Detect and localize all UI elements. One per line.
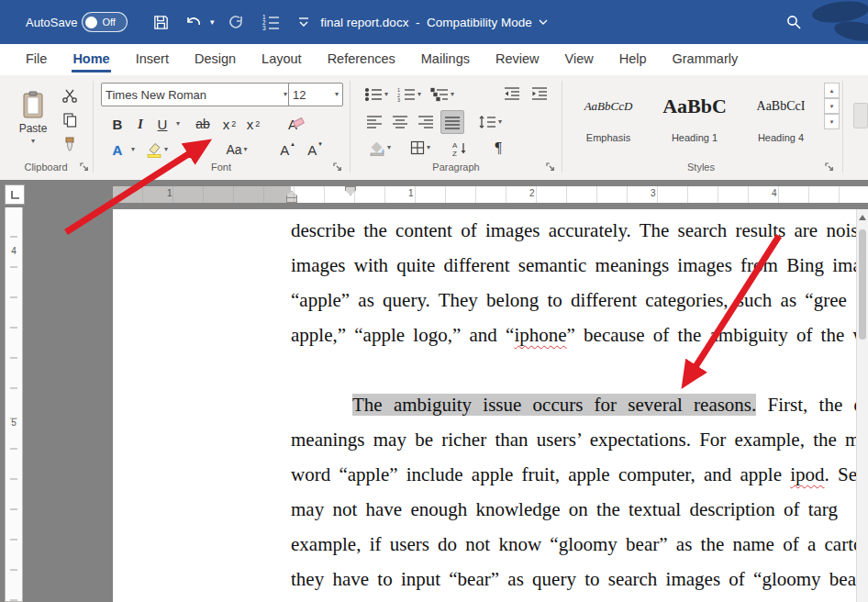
chevron-down-icon: ▾ [131,146,135,153]
superscript-button[interactable]: x2 [242,112,264,136]
align-center-button[interactable] [389,110,411,132]
styles-dialog-launcher[interactable] [824,162,835,173]
text-highlight-button[interactable]: ▾ [141,138,172,162]
decrease-indent-button[interactable] [501,83,523,105]
document-page[interactable]: describe the content of images accuratel… [113,209,868,602]
shading-button[interactable]: ▾ [363,136,396,160]
misspelled-word: iphone [514,324,566,346]
vertical-ruler[interactable]: 45 [5,207,23,602]
paste-button[interactable]: Paste ▾ [11,81,55,154]
doc-text: . Se [825,463,858,485]
justify-icon [444,116,461,129]
doc-line[interactable]: apple,” “apple logo,” and “iphone” becau… [291,318,868,352]
format-painter-button[interactable] [59,133,81,155]
bullets-button[interactable]: ▾ [362,83,391,106]
doc-line[interactable]: they have to input “bear” as query to se… [291,562,868,596]
group-separator [842,81,843,173]
align-left-button[interactable] [363,110,385,132]
text-effects-options-button[interactable]: ▾ [128,138,139,162]
redo-button[interactable] [224,0,248,44]
chevron-down-icon: ▾ [384,91,388,98]
tab-help[interactable]: Help [606,44,660,75]
borders-button[interactable]: ▾ [404,136,437,160]
sort-button[interactable]: A Z [446,136,473,160]
underline-options-button[interactable]: ▾ [172,112,184,136]
font-dialog-launcher[interactable] [332,162,343,173]
horizontal-ruler[interactable]: 11234 [113,186,868,203]
shrink-font-icon: A [307,142,317,158]
chevron-down-icon: ▾ [427,144,430,151]
font-color-button[interactable]: A ▾ [180,138,211,162]
change-case-button[interactable]: Aa ▾ [220,138,253,162]
style-heading-4[interactable]: AaBbCcIHeading 4 [740,81,822,145]
change-case-icon: Aa [226,142,241,157]
style-emphasis[interactable]: AaBbCcDEmphasis [567,81,650,145]
tab-label: Design [194,47,237,72]
grow-font-button[interactable]: A▴ [275,138,299,162]
doc-line[interactable]: may not have enough knowledge on the tex… [291,492,868,527]
doc-line[interactable]: images with quite different semantic mea… [291,248,868,283]
cut-button[interactable] [59,84,81,106]
chevron-down-icon[interactable]: ▾ [210,18,215,27]
font-name-select[interactable]: Times New Roman ▾ [101,83,292,106]
text-effects-button[interactable]: A [106,138,128,162]
styles-scroll-down-button[interactable]: ▾ [824,98,840,114]
doc-line[interactable] [291,352,868,387]
title-chevron-icon[interactable] [539,19,548,25]
multilevel-list-button[interactable]: ▾ [428,83,457,106]
doc-line[interactable]: example, if users do not know “gloomy be… [291,527,868,562]
subscript-base: x [223,117,230,132]
doc-line[interactable]: “apple” as query. They belong to differe… [291,283,868,318]
style-heading-1[interactable]: AaBbCHeading 1 [653,81,736,145]
justify-button[interactable] [440,110,464,134]
tab-mailings[interactable]: Mailings [408,44,483,75]
increase-indent-button[interactable] [529,83,551,105]
subscript-button[interactable]: x2 [218,112,240,136]
line-spacing-button[interactable]: ▾ [473,110,506,134]
autosave-control[interactable]: AutoSave Off [26,0,128,44]
styles-more-button[interactable]: ▾ [824,114,840,129]
doc-line[interactable]: The ambiguity issue occurs for several r… [291,387,868,422]
doc-line[interactable]: describe the content of images accuratel… [291,213,868,248]
clear-formatting-button[interactable]: A [279,112,306,136]
ruler-number: 3 [651,188,656,198]
tab-layout[interactable]: Layout [249,44,315,75]
doc-line[interactable]: word “apple” include apple fruit, apple … [291,457,868,492]
tab-file[interactable]: File [13,44,60,75]
tab-stop-selector[interactable] [5,184,25,205]
italic-button[interactable]: I [130,112,150,136]
customize-toolbar-button[interactable] [292,0,316,44]
shrink-font-button[interactable]: A▾ [303,138,327,162]
font-size-select[interactable]: 12 ▾ [288,83,343,106]
copy-button[interactable] [59,109,81,131]
underline-button[interactable]: U [152,112,172,136]
scrollbar-up-arrow-icon[interactable] [859,215,866,220]
styles-scroll-up-button[interactable]: ▴ [824,83,840,98]
undo-button[interactable]: ▾ [182,0,215,44]
scrollbar-thumb[interactable] [859,229,866,340]
clipboard-dialog-launcher[interactable] [79,162,90,173]
align-right-button[interactable] [415,110,437,132]
chevron-down-icon: ▾ [387,144,391,151]
vertical-scrollbar[interactable] [856,209,868,602]
save-button[interactable] [149,0,172,44]
doc-line[interactable]: meanings may be richer than users’ expec… [291,422,868,457]
numbering-button[interactable]: 1 2 3 ▾ [395,83,424,106]
chevron-down-icon: ▾ [498,118,502,126]
autosave-toggle[interactable]: Off [82,12,128,32]
tab-insert[interactable]: Insert [123,44,182,75]
left-indent-marker[interactable] [286,197,297,203]
style-name: Heading 1 [672,132,718,143]
numbered-list-button[interactable]: 1 2 3 [259,0,283,44]
paragraph-dialog-launcher[interactable] [545,162,556,173]
tab-review[interactable]: Review [483,44,552,75]
tab-home[interactable]: Home [60,44,122,75]
chevron-down-icon: ▾ [335,91,339,98]
tab-design[interactable]: Design [182,44,249,75]
tab-view[interactable]: View [552,44,606,75]
bold-button[interactable]: B [106,112,128,136]
tab-grammarly[interactable]: Grammarly [660,44,751,75]
tab-references[interactable]: References [315,44,408,75]
show-hide-formatting-button[interactable]: ¶ [486,136,510,160]
strikethrough-button[interactable]: ab [189,112,217,136]
